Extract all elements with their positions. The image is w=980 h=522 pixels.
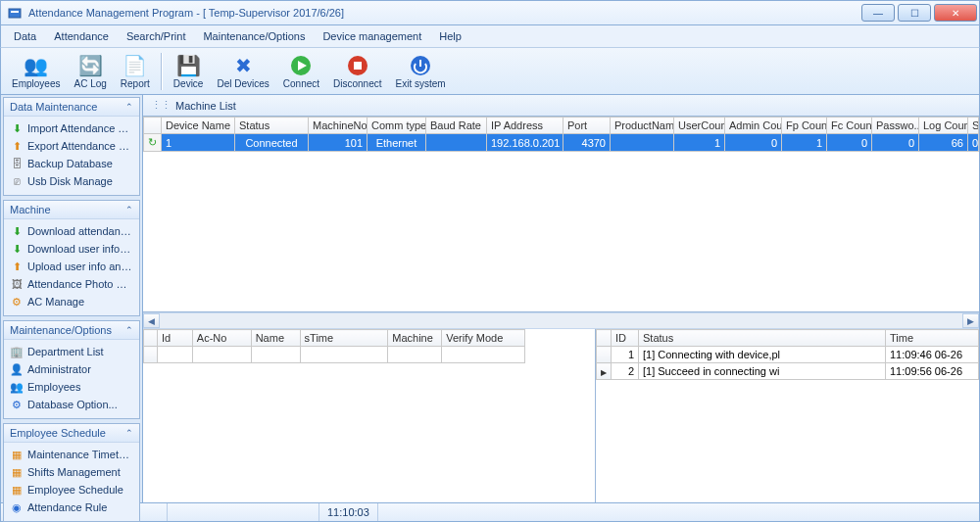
- detail-pane: Id Ac-No Name sTime Machine Verify Mode: [143, 329, 595, 502]
- toolbar-separator: [161, 53, 163, 90]
- window-minimize-button[interactable]: —: [861, 4, 895, 22]
- people-icon: 👥: [10, 380, 24, 394]
- col-log-time[interactable]: Time: [886, 330, 979, 347]
- download-icon: ⬇: [10, 242, 24, 256]
- col-log-status[interactable]: Status: [639, 330, 886, 347]
- sidebar-item-ac-manage[interactable]: ⚙AC Manage: [6, 293, 137, 310]
- col-user-count[interactable]: UserCount: [674, 118, 725, 134]
- log-header-row[interactable]: ID Status Time: [597, 330, 979, 347]
- col-admin-count[interactable]: Admin Count: [725, 118, 782, 134]
- sidebar-item-maintenance-timetables[interactable]: ▦Maintenance Timetables: [6, 446, 137, 463]
- admin-icon: 👤: [10, 362, 24, 376]
- toolbar-exit-button[interactable]: Exit system: [389, 50, 453, 93]
- sidebar-item-download-user-fp[interactable]: ⬇Download user info and Fp: [6, 240, 137, 258]
- upload-icon: ⬆: [10, 260, 24, 273]
- sidebar-item-backup-database[interactable]: 🗄Backup Database: [6, 155, 137, 172]
- horizontal-scrollbar[interactable]: ◀ ▶: [143, 312, 979, 329]
- svg-rect-5: [354, 62, 362, 70]
- col-product-name[interactable]: ProductName: [611, 118, 674, 134]
- toolbar-connect-button[interactable]: Connect: [276, 50, 326, 93]
- col-comm-type[interactable]: Comm type: [368, 118, 426, 134]
- col-stime[interactable]: sTime: [300, 330, 388, 347]
- sidebar-item-import-attendance[interactable]: ⬇Import Attendance Checking Data: [6, 119, 137, 137]
- col-fc-count[interactable]: Fc Count: [827, 118, 872, 134]
- col-machine-no[interactable]: MachineNo.: [309, 118, 368, 134]
- toolbar-disconnect-button[interactable]: Disconnect: [326, 50, 388, 93]
- menu-device-management[interactable]: Device management: [314, 27, 430, 45]
- chevron-up-icon: ⌃: [125, 325, 133, 335]
- row-current-icon: [597, 363, 612, 380]
- app-icon: [7, 5, 23, 21]
- log-blank: [596, 380, 979, 502]
- employees-icon: 👥: [24, 54, 48, 77]
- sidebar-item-database-option[interactable]: ⚙Database Option...: [6, 396, 137, 413]
- table-header-row[interactable]: Device Name Status MachineNo. Comm type …: [144, 118, 979, 134]
- sidebar: Data Maintenance⌃ ⬇Import Attendance Che…: [1, 95, 143, 502]
- panel-head-maintenance-options[interactable]: Maintenance/Options⌃: [4, 321, 139, 340]
- main-area: Data Maintenance⌃ ⬇Import Attendance Che…: [0, 95, 980, 502]
- col-fp-count[interactable]: Fp Count: [782, 118, 827, 134]
- sidebar-item-usb-disk[interactable]: ⎚Usb Disk Manage: [6, 172, 137, 190]
- sidebar-item-employees[interactable]: 👥Employees: [6, 378, 137, 396]
- detail-header-row[interactable]: Id Ac-No Name sTime Machine Verify Mode: [144, 330, 525, 347]
- sidebar-item-photo-mgmt[interactable]: 🖼Attendance Photo Management: [6, 275, 137, 293]
- toolbar-device-button[interactable]: 💾 Device: [167, 50, 211, 93]
- status-cell-1: [1, 503, 168, 521]
- machine-list-grid[interactable]: Device Name Status MachineNo. Comm type …: [143, 117, 979, 312]
- scroll-right-button[interactable]: ▶: [962, 313, 979, 328]
- machine-list-row[interactable]: ↻ 1 Connected 101 Ethernet 192.168.0.201…: [144, 134, 979, 152]
- shifts-icon: ▦: [10, 465, 24, 479]
- col-log-count[interactable]: Log Count: [919, 118, 968, 134]
- window-title: Attendance Management Program - [ Temp-S…: [28, 7, 858, 19]
- detail-grid[interactable]: Id Ac-No Name sTime Machine Verify Mode: [143, 329, 525, 363]
- menu-attendance[interactable]: Attendance: [45, 27, 118, 45]
- col-ip-address[interactable]: IP Address: [487, 118, 564, 134]
- schedule-icon: ▦: [10, 483, 24, 497]
- sidebar-item-export-attendance[interactable]: ⬆Export Attendance Checking Data: [6, 137, 137, 155]
- connect-icon: [289, 54, 313, 77]
- menubar: Data Attendance Search/Print Maintenance…: [0, 25, 980, 47]
- col-verify-mode[interactable]: Verify Mode: [442, 330, 525, 347]
- panel-head-employee-schedule[interactable]: Employee Schedule⌃: [4, 424, 139, 443]
- log-row[interactable]: 2 [1] Succeed in connecting wi 11:09:56 …: [597, 363, 979, 380]
- window-close-button[interactable]: ✕: [934, 4, 977, 22]
- sidebar-item-employee-schedule[interactable]: ▦Employee Schedule: [6, 481, 137, 498]
- svg-rect-1: [11, 11, 19, 13]
- download-icon: ⬇: [10, 224, 24, 238]
- menu-maintenance-options[interactable]: Maintenance/Options: [194, 27, 314, 45]
- menu-help[interactable]: Help: [430, 27, 470, 45]
- col-log-id[interactable]: ID: [612, 330, 639, 347]
- sidebar-item-download-logs[interactable]: ⬇Download attendance logs: [6, 222, 137, 240]
- col-device-name[interactable]: Device Name: [162, 118, 235, 134]
- col-port[interactable]: Port: [564, 118, 611, 134]
- col-acno[interactable]: Ac-No: [192, 330, 251, 347]
- sidebar-item-upload-user-fp[interactable]: ⬆Upload user info and FP: [6, 258, 137, 275]
- toolbar-employees-button[interactable]: 👥 Employees: [5, 50, 67, 93]
- chevron-up-icon: ⌃: [125, 205, 133, 214]
- log-grid[interactable]: ID Status Time 1 [1] Connecting with dev…: [596, 329, 979, 380]
- col-passwo[interactable]: Passwo...: [872, 118, 919, 134]
- menu-data[interactable]: Data: [5, 27, 45, 45]
- toolbar-del-devices-button[interactable]: ✖ Del Devices: [210, 50, 275, 93]
- menu-search-print[interactable]: Search/Print: [118, 27, 195, 45]
- log-row[interactable]: 1 [1] Connecting with device,pl 11:09:46…: [597, 347, 979, 363]
- col-id[interactable]: Id: [157, 330, 192, 347]
- col-name[interactable]: Name: [251, 330, 300, 347]
- toolbar-report-button[interactable]: 📄 Report: [114, 50, 157, 93]
- panel-head-data-maintenance[interactable]: Data Maintenance⌃: [4, 98, 139, 117]
- sidebar-item-administrator[interactable]: 👤Administrator: [6, 360, 137, 378]
- window-maximize-button[interactable]: ☐: [898, 4, 931, 22]
- toolbar-aclog-button[interactable]: 🔄 AC Log: [67, 50, 113, 93]
- col-serial[interactable]: Serial Number: [968, 118, 979, 134]
- col-machine[interactable]: Machine: [388, 330, 442, 347]
- sidebar-item-shifts-management[interactable]: ▦Shifts Management: [6, 463, 137, 481]
- col-baud-rate[interactable]: Baud Rate: [426, 118, 487, 134]
- col-status[interactable]: Status: [235, 118, 309, 134]
- svg-rect-0: [9, 9, 21, 18]
- sidebar-item-department-list[interactable]: 🏢Department List: [6, 343, 137, 360]
- detail-empty-row: [144, 347, 525, 363]
- scroll-left-button[interactable]: ◀: [143, 313, 160, 328]
- device-icon: 💾: [176, 54, 200, 77]
- panel-head-machine[interactable]: Machine⌃: [4, 201, 139, 219]
- timetable-icon: ▦: [10, 448, 24, 461]
